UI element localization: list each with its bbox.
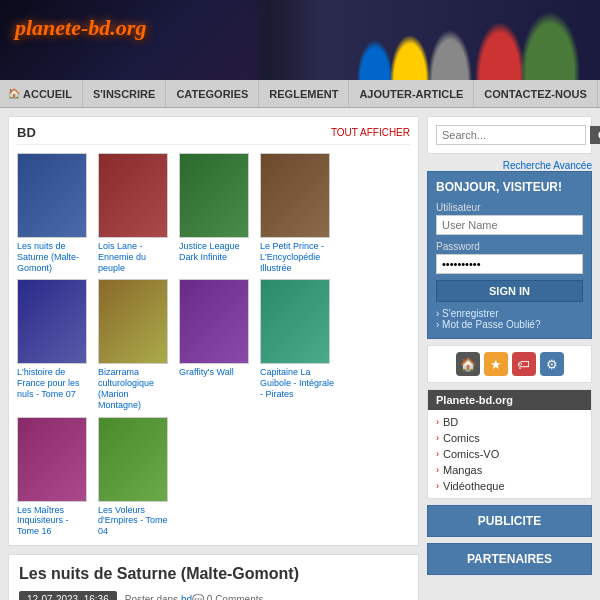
home-icon[interactable]: 🏠: [456, 352, 480, 376]
book-title[interactable]: L'histoire de France pour les nuls - Tom…: [17, 367, 92, 399]
main-layout: BD TOUT AFFICHER Les nuits de Saturne (M…: [0, 108, 600, 600]
nav-item-accueil[interactable]: 🏠 ACCUEIL: [0, 80, 83, 107]
book-title[interactable]: Les nuits de Saturne (Malte-Gomont): [17, 241, 92, 273]
sidebar-icons-row: 🏠 ★ 🏷 ⚙: [427, 345, 592, 383]
book-title[interactable]: Les Voleurs d'Empires - Tome 04: [98, 505, 173, 537]
article-meta-row: 12-07-2023, 16:36 Poster dans bd 💬 0 Com…: [19, 591, 408, 600]
book-cover[interactable]: [98, 417, 168, 502]
list-item: Lois Lane - Ennemie du peuple: [98, 153, 173, 273]
article-comments: 💬 0 Comments: [192, 594, 263, 600]
categories-list: › BD › Comics › Comics-VO › Mangas › V: [428, 410, 591, 498]
settings-icon[interactable]: ⚙: [540, 352, 564, 376]
nav-item-contact[interactable]: CONTACTEZ-NOUS: [474, 80, 597, 107]
chevron-right-icon: ›: [436, 417, 439, 427]
book-cover[interactable]: [17, 153, 87, 238]
search-box: GO: [427, 116, 592, 154]
book-title[interactable]: Graffity's Wall: [179, 367, 254, 378]
tag-icon[interactable]: 🏷: [512, 352, 536, 376]
categories-box: Planete-bd.org › BD › Comics › Comics-VO…: [427, 389, 592, 499]
header-heroes: [250, 0, 600, 80]
star-icon[interactable]: ★: [484, 352, 508, 376]
chevron-right-icon: ›: [436, 449, 439, 459]
book-title[interactable]: Les Maîtres Inquisiteurs - Tome 16: [17, 505, 92, 537]
sidebar-item-comics[interactable]: › Comics: [428, 430, 591, 446]
book-cover[interactable]: [17, 279, 87, 364]
password-input[interactable]: [436, 254, 583, 274]
book-cover[interactable]: [179, 279, 249, 364]
list-item: Justice League Dark Infinite: [179, 153, 254, 273]
article-title: Les nuits de Saturne (Malte-Gomont): [19, 565, 408, 583]
book-title[interactable]: Le Petit Prince - L'Encyclopédie Illustr…: [260, 241, 335, 273]
sidebar-item-bd[interactable]: › BD: [428, 414, 591, 430]
list-item: Les Voleurs d'Empires - Tome 04: [98, 417, 173, 537]
article-category-link[interactable]: bd: [181, 594, 192, 600]
publicite-box: PUBLICITE: [427, 505, 592, 537]
categories-title: Planete-bd.org: [428, 390, 591, 410]
partenaires-label: PARTENAIRES: [467, 552, 552, 566]
chevron-right-icon: ›: [436, 465, 439, 475]
bd-section-title: BD: [17, 125, 36, 140]
bd-section: BD TOUT AFFICHER Les nuits de Saturne (M…: [8, 116, 419, 546]
list-item: Les Maîtres Inquisiteurs - Tome 16: [17, 417, 92, 537]
nav-item-categories[interactable]: CATEGORIES: [166, 80, 259, 107]
nav-item-inscrire[interactable]: S'INSCRIRE: [83, 80, 167, 107]
book-grid: Les nuits de Saturne (Malte-Gomont) Lois…: [17, 153, 410, 537]
search-input[interactable]: [436, 125, 586, 145]
book-title[interactable]: Capitaine La Guibole - Intégrale - Pirat…: [260, 367, 335, 399]
list-item: Graffity's Wall: [179, 279, 254, 410]
search-button[interactable]: GO: [590, 126, 600, 144]
sidebar: GO Recherche Avancée BONJOUR, VISITEUR! …: [427, 116, 592, 600]
article-section: Les nuits de Saturne (Malte-Gomont) 12-0…: [8, 554, 419, 600]
nav-item-ajouter[interactable]: AJOUTER-ARTICLE: [349, 80, 474, 107]
login-box-title: BONJOUR, VISITEUR!: [436, 180, 583, 194]
nav-item-reglement[interactable]: REGLEMENT: [259, 80, 349, 107]
partenaires-box: PARTENAIRES: [427, 543, 592, 575]
header: planete-bd.org: [0, 0, 600, 80]
book-cover[interactable]: [17, 417, 87, 502]
navigation: 🏠 ACCUEIL S'INSCRIRE CATEGORIES REGLEMEN…: [0, 80, 600, 108]
hero-silhouettes: [260, 2, 600, 80]
chevron-right-icon: ›: [436, 433, 439, 443]
article-posted: Poster dans bd: [125, 594, 192, 600]
sidebar-item-videotheque[interactable]: › Vidéotheque: [428, 478, 591, 494]
sign-in-button[interactable]: SIGN IN: [436, 280, 583, 302]
forgot-password-link[interactable]: › Mot de Passe Oublié?: [436, 319, 583, 330]
bd-header: BD TOUT AFFICHER: [17, 125, 410, 145]
book-title[interactable]: Lois Lane - Ennemie du peuple: [98, 241, 173, 273]
username-label: Utilisateur: [436, 202, 583, 213]
publicite-label: PUBLICITE: [478, 514, 541, 528]
list-item: Capitaine La Guibole - Intégrale - Pirat…: [260, 279, 335, 410]
book-cover[interactable]: [98, 153, 168, 238]
chevron-right-icon: ›: [436, 481, 439, 491]
content-area: BD TOUT AFFICHER Les nuits de Saturne (M…: [8, 116, 419, 600]
tout-afficher-link[interactable]: TOUT AFFICHER: [331, 127, 410, 138]
article-date: 12-07-2023, 16:36: [19, 591, 117, 600]
sidebar-item-mangas[interactable]: › Mangas: [428, 462, 591, 478]
list-item: Le Petit Prince - L'Encyclopédie Illustr…: [260, 153, 335, 273]
book-cover[interactable]: [179, 153, 249, 238]
username-input[interactable]: [436, 215, 583, 235]
book-title[interactable]: Justice League Dark Infinite: [179, 241, 254, 263]
login-box: BONJOUR, VISITEUR! Utilisateur Password …: [427, 171, 592, 339]
site-title[interactable]: planete-bd.org: [15, 15, 146, 41]
book-cover[interactable]: [260, 279, 330, 364]
password-label: Password: [436, 241, 583, 252]
advanced-search-link[interactable]: Recherche Avancée: [427, 160, 592, 171]
book-title[interactable]: Bizarrama culturologique (Marion Montagn…: [98, 367, 173, 410]
list-item: Bizarrama culturologique (Marion Montagn…: [98, 279, 173, 410]
login-links: › S'enregistrer › Mot de Passe Oublié?: [436, 308, 583, 330]
list-item: L'histoire de France pour les nuls - Tom…: [17, 279, 92, 410]
list-item: Les nuits de Saturne (Malte-Gomont): [17, 153, 92, 273]
register-link[interactable]: › S'enregistrer: [436, 308, 583, 319]
sidebar-item-comics-vo[interactable]: › Comics-VO: [428, 446, 591, 462]
book-cover[interactable]: [98, 279, 168, 364]
home-icon: 🏠: [8, 88, 20, 99]
book-cover[interactable]: [260, 153, 330, 238]
